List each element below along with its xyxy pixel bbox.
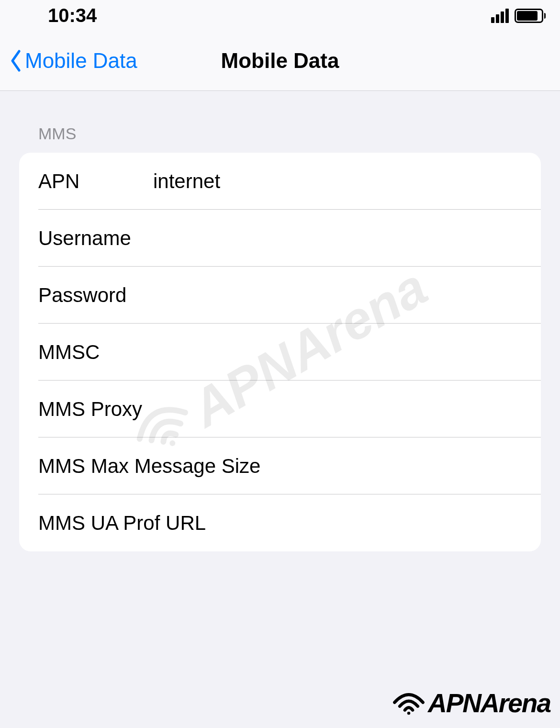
apn-row[interactable]: APN (19, 153, 541, 210)
password-input[interactable] (153, 284, 522, 307)
back-button[interactable]: Mobile Data (10, 49, 137, 73)
mms-max-size-row[interactable]: MMS Max Message Size (19, 437, 541, 494)
mms-ua-prof-url-row[interactable]: MMS UA Prof URL (19, 494, 541, 551)
mms-max-size-label: MMS Max Message Size (38, 455, 260, 478)
cellular-signal-icon (491, 9, 509, 23)
apn-input[interactable] (153, 170, 522, 193)
status-time: 10:34 (48, 5, 97, 26)
mms-max-size-input[interactable] (260, 455, 522, 478)
password-row[interactable]: Password (19, 267, 541, 324)
footer-brand: APNArena (392, 688, 550, 718)
content-area: MMS APN Username Password MMSC MMS Proxy… (0, 124, 560, 551)
wifi-icon (392, 689, 426, 717)
password-label: Password (38, 284, 153, 307)
back-label: Mobile Data (25, 49, 137, 73)
mmsc-input[interactable] (153, 341, 522, 364)
username-input[interactable] (153, 227, 522, 250)
page-title: Mobile Data (221, 49, 339, 73)
status-bar: 10:34 (0, 0, 560, 31)
navigation-bar: Mobile Data Mobile Data (0, 31, 560, 91)
mms-proxy-row[interactable]: MMS Proxy (19, 381, 541, 437)
username-row[interactable]: Username (19, 210, 541, 267)
mms-ua-prof-url-label: MMS UA Prof URL (38, 512, 206, 535)
apn-label: APN (38, 170, 153, 193)
mms-ua-prof-url-input[interactable] (206, 512, 522, 535)
mms-settings-group: APN Username Password MMSC MMS Proxy MMS… (19, 153, 541, 551)
footer-brand-text: APNArena (428, 688, 550, 718)
battery-icon (515, 9, 546, 23)
username-label: Username (38, 227, 153, 250)
mms-proxy-label: MMS Proxy (38, 398, 142, 421)
chevron-left-icon (10, 49, 21, 72)
section-header-mms: MMS (38, 124, 541, 143)
mms-proxy-input[interactable] (142, 398, 522, 421)
svg-point-1 (407, 711, 410, 714)
mmsc-row[interactable]: MMSC (19, 324, 541, 381)
status-indicators (491, 9, 546, 23)
mmsc-label: MMSC (38, 341, 153, 364)
